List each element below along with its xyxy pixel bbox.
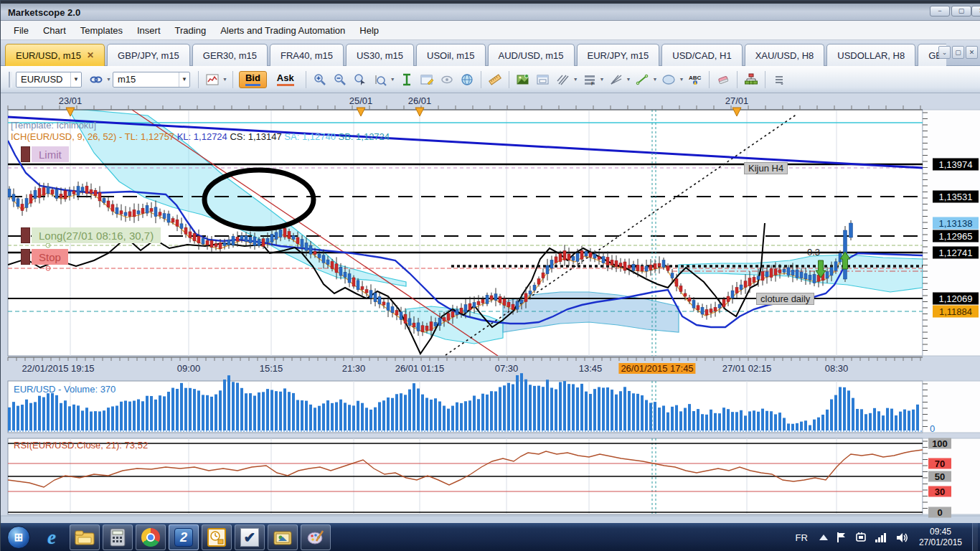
stop-order-label[interactable]: Stop [32, 249, 68, 265]
internet-explorer-icon[interactable]: e [37, 524, 67, 550]
menu-item-chart[interactable]: Chart [36, 22, 73, 39]
zoom-out-icon[interactable] [331, 70, 349, 89]
checklist-icon[interactable]: ✔ [235, 524, 265, 550]
windows-explorer-icon[interactable] [70, 524, 100, 550]
zoom-in-icon[interactable] [311, 70, 329, 89]
trading-station-icon[interactable]: 2 [169, 524, 199, 550]
ellipse-dropdown-icon[interactable]: ▼ [679, 77, 684, 82]
chevron-down-icon: ▼ [179, 72, 189, 87]
paint-icon[interactable] [301, 524, 331, 550]
text-abc-icon[interactable]: ABC [686, 70, 705, 89]
eraser-icon[interactable] [714, 70, 732, 89]
show-desktop-button[interactable] [972, 523, 978, 551]
bid-button[interactable]: Bid [239, 71, 267, 88]
tab-label: GBP/JPY, m15 [118, 50, 179, 61]
price-chart-canvas[interactable] [1, 93, 980, 524]
ruler-icon[interactable] [486, 70, 504, 89]
menu-item-trading[interactable]: Trading [168, 22, 214, 39]
fan-lines-icon[interactable] [607, 70, 626, 89]
photo-album-icon[interactable] [268, 524, 298, 550]
tab-usoil-m15[interactable]: USOil, m15 [416, 44, 485, 66]
marketscope-window: Marketscope 2.0 − ▢ ✕ FileChartTemplates… [0, 0, 980, 551]
tab-usdollar-h8[interactable]: USDOLLAR, H8 [826, 44, 915, 66]
link-icon[interactable] [87, 70, 105, 89]
language-indicator[interactable]: FR [796, 532, 808, 543]
chart-type-dropdown-icon[interactable]: ▼ [222, 77, 227, 82]
window-icon[interactable] [534, 70, 552, 89]
order-tag[interactable] [21, 249, 30, 265]
tab-label: USDOLLAR, H8 [837, 50, 905, 61]
tab-xau-usd-h8[interactable]: XAU/USD, H8 [745, 44, 825, 66]
zoom-box-icon[interactable] [371, 70, 390, 89]
limit-order-label[interactable]: Limit [32, 146, 69, 162]
date-marker-label: 26/01 [408, 95, 432, 106]
zoom-pointer-icon[interactable] [351, 70, 369, 89]
menu-item-file[interactable]: File [6, 22, 36, 39]
chart-close-button[interactable]: ✕ [966, 46, 978, 59]
ask-button[interactable]: Ask [271, 71, 300, 88]
trendline-icon[interactable] [633, 70, 651, 89]
timeframe-select[interactable]: m15 ▼ [113, 72, 190, 88]
chevron-down-icon: ▼ [70, 72, 81, 87]
time-axis-label: 26/01 01:15 [395, 363, 445, 374]
tab-eur-usd-m15[interactable]: EUR/USD, m15✕ [5, 44, 105, 66]
add-image-icon[interactable] [514, 70, 532, 89]
chart-restore-button[interactable]: ▢ [952, 46, 964, 59]
volume-speaker-icon[interactable] [896, 532, 909, 543]
date-marker-label: 25/01 [349, 95, 373, 106]
tab-aud-usd-m15[interactable]: AUD/USD, m15 [488, 44, 575, 66]
pitchfork-icon[interactable] [554, 70, 573, 89]
tab-scroll-button[interactable]: ⌄ [938, 46, 951, 59]
long-position-label[interactable]: Long(27/01 08:16, 30,7) [32, 227, 161, 243]
zoom-dropdown-icon[interactable]: ▼ [390, 77, 395, 82]
ellipse-shape-icon[interactable] [659, 70, 678, 89]
clock-time: 09:45 [919, 527, 962, 537]
chrome-icon[interactable] [136, 524, 166, 550]
eye-icon[interactable] [438, 70, 456, 89]
hidden-icons-arrow-icon[interactable] [819, 534, 828, 540]
fan-dropdown-icon[interactable]: ▼ [626, 77, 631, 82]
maximize-button[interactable]: ▢ [951, 6, 971, 17]
tab-us30-m15[interactable]: US30, m15 [346, 44, 414, 66]
strategy-icon[interactable] [742, 70, 760, 89]
svg-text:F: F [591, 81, 594, 85]
fit-vertical-icon[interactable] [397, 70, 416, 89]
tab-close-icon[interactable]: ✕ [87, 50, 94, 60]
toolbar: EUR/USD ▼ ▼ m15 ▼ ▼ Bid Ask ▼ [1, 66, 980, 93]
taskbar-clock[interactable]: 09:45 27/01/2015 [919, 527, 962, 548]
toolbar-overflow-icon[interactable] [770, 70, 788, 89]
menu-item-insert[interactable]: Insert [130, 22, 168, 39]
calculator-icon[interactable] [103, 524, 133, 550]
fib-levels-icon[interactable]: F [580, 70, 599, 89]
globe-icon[interactable] [458, 70, 476, 89]
chart-area[interactable]: 23/0125/0126/0127/01[Template: Ichimoku]… [1, 93, 980, 524]
menu-item-alerts-and-trading-automation[interactable]: Alerts and Trading Automation [213, 22, 352, 39]
tab-fra40-m15[interactable]: FRA40, m15 [270, 44, 344, 66]
scheduler-icon[interactable] [202, 524, 232, 550]
symbol-select[interactable]: EUR/USD ▼ [16, 72, 82, 88]
menu-item-help[interactable]: Help [352, 22, 386, 39]
link-dropdown-icon[interactable]: ▼ [106, 77, 111, 82]
fib-dropdown-icon[interactable]: ▼ [600, 77, 605, 82]
trendline-dropdown-icon[interactable]: ▼ [652, 77, 657, 82]
chart-type-icon[interactable] [203, 70, 222, 89]
tab-ger30-m15[interactable]: GER30, m15 [192, 44, 268, 66]
action-center-flag-icon[interactable] [837, 532, 847, 543]
device-icon[interactable] [855, 532, 867, 543]
close-button[interactable]: ✕ [971, 6, 980, 17]
tab-row: EUR/USD, m15✕GBP/JPY, m15GER30, m15FRA40… [1, 40, 980, 66]
price-axis-label: 1,13138 [933, 217, 979, 230]
tab-label: US30, m15 [357, 50, 403, 61]
start-button[interactable]: ⊞ [4, 524, 34, 550]
order-tag[interactable] [21, 227, 30, 243]
cloture-daily-label: cloture daily [756, 293, 814, 305]
minimize-button[interactable]: − [930, 6, 950, 17]
pitchfork-dropdown-icon[interactable]: ▼ [573, 77, 578, 82]
tab-eur-jpy-m15[interactable]: EUR/JPY, m15 [577, 44, 660, 66]
order-tag[interactable] [21, 146, 30, 162]
network-signal-icon[interactable] [875, 532, 887, 542]
menu-item-templates[interactable]: Templates [73, 22, 130, 39]
tab-usd-cad-h1[interactable]: USD/CAD, H1 [661, 44, 742, 66]
tab-gbp-jpy-m15[interactable]: GBP/JPY, m15 [107, 44, 190, 66]
note-icon[interactable] [418, 70, 436, 89]
